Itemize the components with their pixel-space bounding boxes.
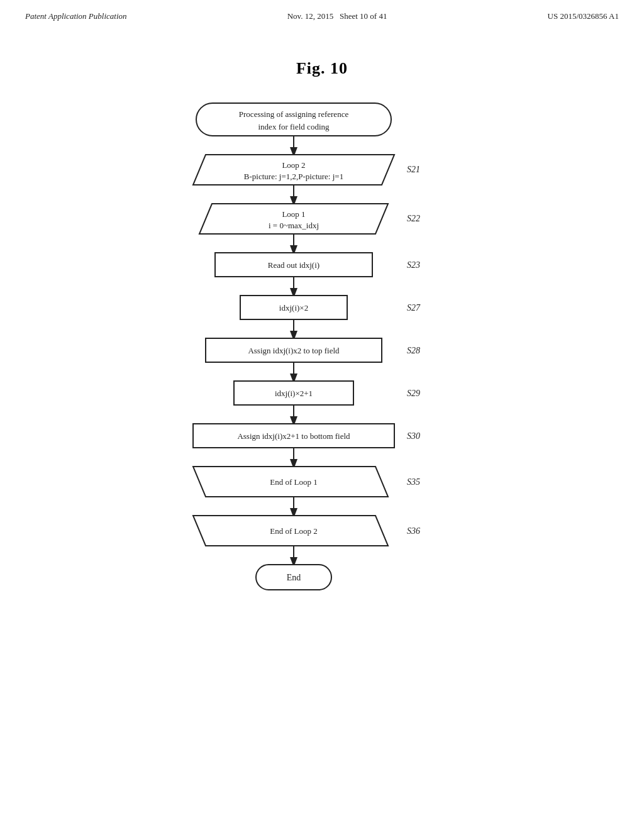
- node-s21-line1: Loop 2: [282, 160, 305, 170]
- label-s29: S29: [407, 389, 420, 398]
- node-s23: Read out idxj(i): [268, 260, 319, 270]
- label-s35: S35: [407, 477, 420, 487]
- node-s27: idxj(i)×2: [279, 303, 308, 313]
- figure-title: Fig. 10: [0, 59, 644, 78]
- label-s21: S21: [407, 165, 420, 174]
- header-date-sheet: Nov. 12, 2015 Sheet 10 of 41: [287, 11, 387, 21]
- page-header: Patent Application Publication Nov. 12, …: [0, 0, 644, 21]
- node-end: End: [287, 573, 301, 582]
- label-s36: S36: [407, 526, 420, 536]
- label-s23: S23: [407, 260, 420, 270]
- node-s22-line1: Loop 1: [282, 209, 305, 219]
- label-s22: S22: [407, 214, 420, 223]
- node-s36: End of Loop 2: [270, 526, 317, 536]
- header-publication: Patent Application Publication: [25, 11, 127, 21]
- flowchart-svg: Processing of assigning reference index …: [158, 97, 486, 638]
- node-s21-line2: B-picture: j=1,2,P-picture: j=1: [244, 172, 343, 181]
- label-s30: S30: [407, 431, 420, 441]
- node-s28: Assign idxj(i)x2 to top field: [248, 346, 340, 355]
- header-patent-number: US 2015/0326856 A1: [548, 11, 619, 21]
- node-s30: Assign idxj(i)x2+1 to bottom field: [237, 431, 350, 441]
- node-s35: End of Loop 1: [270, 477, 317, 487]
- node-s29: idxj(i)×2+1: [275, 389, 313, 398]
- node-start-line1: Processing of assigning reference: [239, 109, 349, 119]
- label-s27: S27: [407, 303, 421, 313]
- node-s22-line2: i = 0~max_idxj: [269, 221, 319, 230]
- label-s28: S28: [407, 346, 420, 355]
- node-start-line2: index for field coding: [258, 122, 330, 131]
